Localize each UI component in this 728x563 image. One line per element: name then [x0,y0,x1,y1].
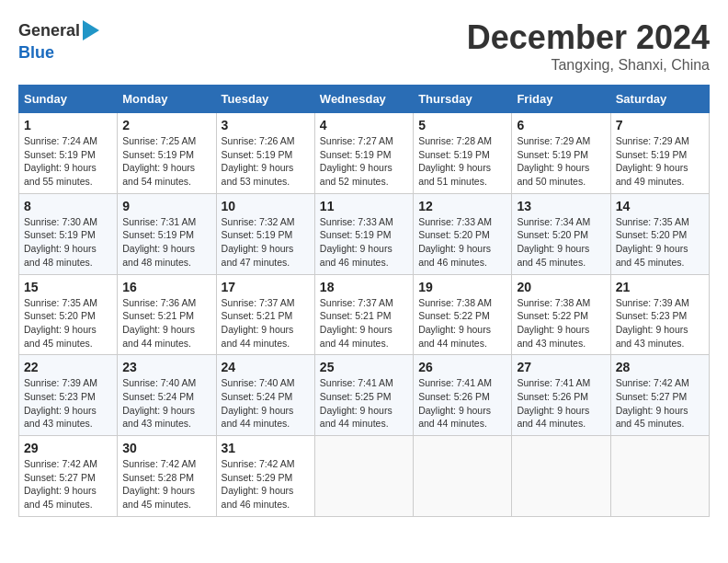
day-number: 22 [24,360,112,374]
daylight-label: Daylight: 9 hours and 55 minutes. [24,162,97,187]
sunrise-label: Sunrise: 7:29 AM [616,135,689,146]
weekday-header: Wednesday [314,86,413,113]
day-number: 12 [418,199,506,213]
day-info: Sunrise: 7:28 AM Sunset: 5:19 PM Dayligh… [418,134,506,189]
sunrise-label: Sunrise: 7:33 AM [418,216,492,227]
day-number: 4 [320,118,408,132]
logo: General Blue [18,18,99,63]
sunrise-label: Sunrise: 7:42 AM [122,458,196,469]
weekday-header: Monday [118,86,216,113]
sunset-label: Sunset: 5:19 PM [24,149,96,160]
day-info: Sunrise: 7:39 AM Sunset: 5:23 PM Dayligh… [616,296,704,350]
daylight-label: Daylight: 9 hours and 54 minutes. [122,162,195,187]
sunrise-label: Sunrise: 7:29 AM [517,135,590,146]
weekday-header: Tuesday [216,86,314,113]
daylight-label: Daylight: 9 hours and 44 minutes. [320,405,392,430]
sunrise-label: Sunrise: 7:40 AM [222,377,295,388]
sunrise-label: Sunrise: 7:35 AM [616,216,689,227]
day-info: Sunrise: 7:34 AM Sunset: 5:20 PM Dayligh… [517,215,605,270]
day-info: Sunrise: 7:33 AM Sunset: 5:20 PM Dayligh… [418,215,506,270]
day-info: Sunrise: 7:26 AM Sunset: 5:19 PM Dayligh… [222,134,310,189]
daylight-label: Daylight: 9 hours and 43 minutes. [616,324,688,349]
day-number: 18 [320,280,408,294]
location-subtitle: Tangxing, Shanxi, China [467,57,710,74]
calendar-week-row: 15 Sunrise: 7:35 AM Sunset: 5:20 PM Dayl… [19,274,710,355]
weekday-header: Friday [512,86,610,113]
day-info: Sunrise: 7:25 AM Sunset: 5:19 PM Dayligh… [122,134,210,189]
day-info: Sunrise: 7:41 AM Sunset: 5:26 PM Dayligh… [517,376,605,431]
sunset-label: Sunset: 5:21 PM [320,310,392,321]
daylight-label: Daylight: 9 hours and 43 minutes. [122,405,195,430]
month-title: December 2024 [467,18,710,57]
day-number: 7 [616,118,704,132]
day-info: Sunrise: 7:36 AM Sunset: 5:21 PM Dayligh… [122,296,210,350]
day-cell: 18 Sunrise: 7:37 AM Sunset: 5:21 PM Dayl… [314,274,413,355]
sunset-label: Sunset: 5:20 PM [616,229,688,240]
sunrise-label: Sunrise: 7:26 AM [222,135,295,146]
sunrise-label: Sunrise: 7:36 AM [122,297,196,308]
day-cell: 1 Sunrise: 7:24 AM Sunset: 5:19 PM Dayli… [19,113,118,194]
daylight-label: Daylight: 9 hours and 45 minutes. [616,405,688,430]
day-number: 1 [24,118,112,132]
day-cell: 20 Sunrise: 7:38 AM Sunset: 5:22 PM Dayl… [512,274,610,355]
sunrise-label: Sunrise: 7:39 AM [24,377,97,388]
sunrise-label: Sunrise: 7:25 AM [122,135,196,146]
day-cell: 17 Sunrise: 7:37 AM Sunset: 5:21 PM Dayl… [216,274,314,355]
sunrise-label: Sunrise: 7:41 AM [418,377,492,388]
sunrise-label: Sunrise: 7:34 AM [517,216,590,227]
day-number: 15 [24,280,112,294]
sunset-label: Sunset: 5:28 PM [122,472,194,483]
sunset-label: Sunset: 5:27 PM [616,391,688,402]
sunrise-label: Sunrise: 7:24 AM [24,135,97,146]
logo-blue-text: Blue [18,44,54,63]
day-cell: 31 Sunrise: 7:42 AM Sunset: 5:29 PM Dayl… [216,436,314,517]
day-number: 30 [122,441,210,455]
daylight-label: Daylight: 9 hours and 44 minutes. [517,405,589,430]
daylight-label: Daylight: 9 hours and 51 minutes. [418,162,491,187]
day-cell: 10 Sunrise: 7:32 AM Sunset: 5:19 PM Dayl… [216,193,314,274]
day-cell: 2 Sunrise: 7:25 AM Sunset: 5:19 PM Dayli… [118,113,216,194]
sunset-label: Sunset: 5:22 PM [517,310,588,321]
day-number: 25 [320,360,408,374]
sunrise-label: Sunrise: 7:39 AM [616,297,689,308]
day-info: Sunrise: 7:41 AM Sunset: 5:26 PM Dayligh… [418,376,506,431]
day-number: 23 [122,360,210,374]
day-number: 31 [222,441,310,455]
day-cell: 19 Sunrise: 7:38 AM Sunset: 5:22 PM Dayl… [414,274,512,355]
sunset-label: Sunset: 5:27 PM [24,472,96,483]
day-info: Sunrise: 7:39 AM Sunset: 5:23 PM Dayligh… [24,376,112,431]
sunset-label: Sunset: 5:26 PM [418,391,490,402]
calendar-week-row: 8 Sunrise: 7:30 AM Sunset: 5:19 PM Dayli… [19,193,710,274]
sunrise-label: Sunrise: 7:28 AM [418,135,492,146]
sunrise-label: Sunrise: 7:40 AM [122,377,196,388]
day-info: Sunrise: 7:37 AM Sunset: 5:21 PM Dayligh… [222,296,310,350]
daylight-label: Daylight: 9 hours and 44 minutes. [222,405,294,430]
daylight-label: Daylight: 9 hours and 53 minutes. [222,162,294,187]
page-header: General Blue December 2024 Tangxing, Sha… [18,18,710,74]
day-number: 19 [418,280,506,294]
day-cell: 4 Sunrise: 7:27 AM Sunset: 5:19 PM Dayli… [314,113,413,194]
daylight-label: Daylight: 9 hours and 45 minutes. [517,243,589,268]
daylight-label: Daylight: 9 hours and 45 minutes. [24,485,97,510]
day-number: 27 [517,360,605,374]
sunset-label: Sunset: 5:23 PM [616,310,688,321]
day-cell: 3 Sunrise: 7:26 AM Sunset: 5:19 PM Dayli… [216,113,314,194]
day-info: Sunrise: 7:27 AM Sunset: 5:19 PM Dayligh… [320,134,408,189]
sunset-label: Sunset: 5:25 PM [320,391,392,402]
sunrise-label: Sunrise: 7:30 AM [24,216,97,227]
daylight-label: Daylight: 9 hours and 44 minutes. [418,324,491,349]
day-info: Sunrise: 7:24 AM Sunset: 5:19 PM Dayligh… [24,134,112,189]
day-number: 8 [24,199,112,213]
svg-marker-0 [83,20,99,40]
calendar-week-row: 29 Sunrise: 7:42 AM Sunset: 5:27 PM Dayl… [19,436,710,517]
sunrise-label: Sunrise: 7:42 AM [616,377,689,388]
sunrise-label: Sunrise: 7:37 AM [320,297,393,308]
day-cell: 14 Sunrise: 7:35 AM Sunset: 5:20 PM Dayl… [610,193,709,274]
empty-day-cell [610,436,709,517]
daylight-label: Daylight: 9 hours and 45 minutes. [122,485,195,510]
day-number: 21 [616,280,704,294]
daylight-label: Daylight: 9 hours and 43 minutes. [517,324,589,349]
day-info: Sunrise: 7:38 AM Sunset: 5:22 PM Dayligh… [517,296,605,350]
day-info: Sunrise: 7:33 AM Sunset: 5:19 PM Dayligh… [320,215,408,270]
sunrise-label: Sunrise: 7:42 AM [222,458,295,469]
